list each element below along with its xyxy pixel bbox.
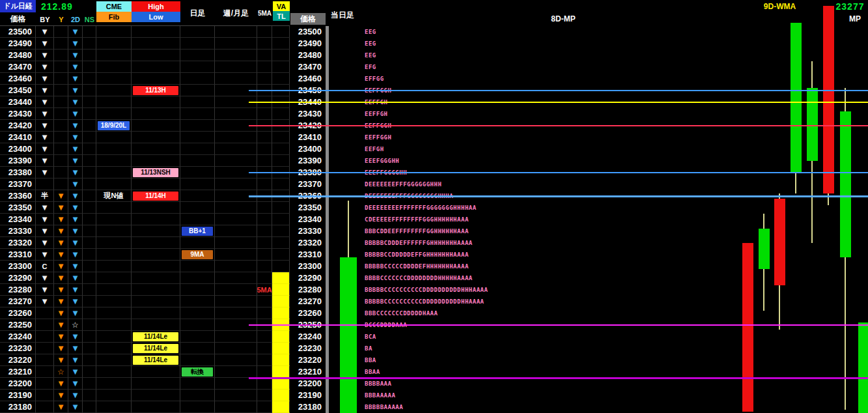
cell-c6-23210[interactable] <box>132 366 180 378</box>
cell-d2-23440[interactable]: ▼ <box>68 96 83 108</box>
cell-c9-23400[interactable] <box>257 143 272 155</box>
mid-price-23200[interactable]: 23200 <box>290 378 326 390</box>
cell-c7-23330[interactable]: BB+1 <box>180 225 215 237</box>
cell-c7-23430[interactable] <box>180 108 215 120</box>
cell-y-23490[interactable] <box>54 38 68 50</box>
cell-c6-23290[interactable] <box>132 272 180 284</box>
cell-c6-23320[interactable] <box>132 237 180 249</box>
mid-price-23220[interactable]: 23220 <box>290 354 326 366</box>
cell-c8-23470[interactable] <box>215 61 257 73</box>
cell-c6-23490[interactable] <box>132 38 180 50</box>
mid-price-23280[interactable]: 23280 <box>290 284 326 296</box>
cell-y-23450[interactable] <box>54 85 68 96</box>
cell-by-23460[interactable]: ▼ <box>36 73 54 85</box>
cell-c8-23320[interactable] <box>215 237 257 249</box>
cell-c5-23490[interactable] <box>96 38 132 50</box>
cell-c6-23420[interactable] <box>132 120 180 132</box>
cell-c7-23360[interactable] <box>180 190 215 202</box>
cell-c7-23270[interactable] <box>180 296 215 307</box>
cell-c7-23450[interactable] <box>180 85 215 96</box>
cell-c9-23320[interactable] <box>257 237 272 249</box>
price-label-23430[interactable]: 23430 <box>0 108 36 120</box>
mid-price-23180[interactable]: 23180 <box>290 401 326 413</box>
cell-c7-23310[interactable]: 9MA <box>180 249 215 261</box>
cell-y-23420[interactable] <box>54 120 68 132</box>
cell-c5-23430[interactable] <box>96 108 132 120</box>
cell-c6-23400[interactable] <box>132 143 180 155</box>
cell-y-23430[interactable] <box>54 108 68 120</box>
cell-d2-23310[interactable]: ▼ <box>68 249 83 261</box>
cell-d2-23480[interactable]: ▼ <box>68 50 83 61</box>
cell-c7-23500[interactable] <box>180 26 215 38</box>
cell-c5-23360[interactable]: 現N値 <box>96 190 132 202</box>
cell-y-23240[interactable]: ▼ <box>54 331 68 343</box>
cell-d2-23300[interactable]: ▼ <box>68 261 83 272</box>
cell-y-23380[interactable] <box>54 167 68 178</box>
cell-c10-23260[interactable] <box>272 307 290 319</box>
cell-c6-23250[interactable] <box>132 319 180 331</box>
cell-y-23460[interactable] <box>54 73 68 85</box>
mid-price-23400[interactable]: 23400 <box>290 143 326 155</box>
mid-price-23370[interactable]: 23370 <box>290 178 326 190</box>
cell-c8-23220[interactable] <box>215 354 257 366</box>
cell-d2-23240[interactable]: ▼ <box>68 331 83 343</box>
cell-by-23230[interactable] <box>36 343 54 354</box>
cell-c10-23190[interactable] <box>272 390 290 401</box>
price-label-23360[interactable]: 23360 <box>0 190 36 202</box>
price-label-23470[interactable]: 23470 <box>0 61 36 73</box>
cell-ns-23370[interactable] <box>83 178 96 190</box>
cell-by-23430[interactable]: ▼ <box>36 108 54 120</box>
cell-y-23470[interactable] <box>54 61 68 73</box>
cell-c5-23330[interactable] <box>96 225 132 237</box>
cell-by-23350[interactable]: ▼ <box>36 202 54 214</box>
cell-c7-23400[interactable] <box>180 143 215 155</box>
cell-c10-23300[interactable] <box>272 261 290 272</box>
cell-ns-23420[interactable] <box>83 120 96 132</box>
cell-c6-23470[interactable] <box>132 61 180 73</box>
cell-ns-23230[interactable] <box>83 343 96 354</box>
cell-c10-23310[interactable] <box>272 249 290 261</box>
cell-c7-23180[interactable] <box>180 401 215 413</box>
cell-by-23440[interactable]: ▼ <box>36 96 54 108</box>
cell-c5-23340[interactable] <box>96 214 132 225</box>
cell-by-23320[interactable]: ▼ <box>36 237 54 249</box>
cell-c5-23460[interactable] <box>96 73 132 85</box>
cell-c10-23350[interactable] <box>272 202 290 214</box>
cell-y-23210[interactable]: ☆ <box>54 366 68 378</box>
cell-c7-23250[interactable] <box>180 319 215 331</box>
cell-c10-23200[interactable] <box>272 378 290 390</box>
cell-c10-23180[interactable] <box>272 401 290 413</box>
cell-by-23210[interactable] <box>36 366 54 378</box>
cell-by-23280[interactable]: ▼ <box>36 284 54 296</box>
mid-price-23270[interactable]: 23270 <box>290 296 326 307</box>
cell-c9-23260[interactable] <box>257 307 272 319</box>
cell-by-23190[interactable] <box>36 390 54 401</box>
cell-c7-23220[interactable] <box>180 354 215 366</box>
cell-c5-23230[interactable] <box>96 343 132 354</box>
cell-c10-23320[interactable] <box>272 237 290 249</box>
cell-by-23370[interactable] <box>36 178 54 190</box>
cell-c5-23190[interactable] <box>96 390 132 401</box>
cell-c5-23220[interactable] <box>96 354 132 366</box>
cell-c7-23410[interactable] <box>180 132 215 143</box>
cell-c5-23400[interactable] <box>96 143 132 155</box>
price-label-23230[interactable]: 23230 <box>0 343 36 354</box>
cell-d2-23420[interactable]: ▼ <box>68 120 83 132</box>
cell-c10-23500[interactable] <box>272 26 290 38</box>
cell-by-23500[interactable]: ▼ <box>36 26 54 38</box>
cell-c5-23180[interactable] <box>96 401 132 413</box>
cell-c8-23190[interactable] <box>215 390 257 401</box>
cell-c6-23410[interactable] <box>132 132 180 143</box>
cell-by-23260[interactable] <box>36 307 54 319</box>
cell-ns-23240[interactable] <box>83 331 96 343</box>
cell-c10-23370[interactable] <box>272 178 290 190</box>
cell-d2-23400[interactable]: ▼ <box>68 143 83 155</box>
cell-c6-23240[interactable]: 11/14Le <box>132 331 180 343</box>
cell-d2-23360[interactable]: ▼ <box>68 190 83 202</box>
cell-c5-23470[interactable] <box>96 61 132 73</box>
cell-by-23400[interactable]: ▼ <box>36 143 54 155</box>
cell-c6-23340[interactable] <box>132 214 180 225</box>
cell-c6-23230[interactable]: 11/14Le <box>132 343 180 354</box>
cell-c6-23350[interactable] <box>132 202 180 214</box>
cell-d2-23350[interactable]: ▼ <box>68 202 83 214</box>
